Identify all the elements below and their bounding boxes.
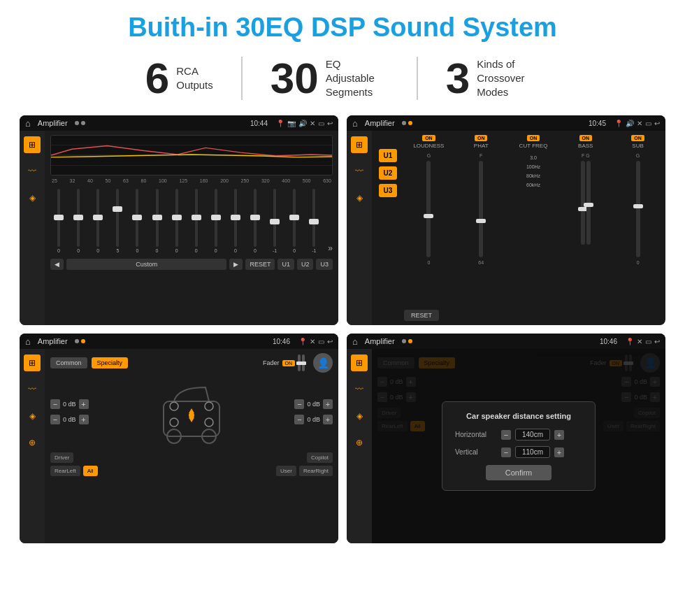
vertical-minus[interactable]: − xyxy=(501,447,511,457)
cutfreq-on[interactable]: ON xyxy=(527,135,540,141)
back-icon[interactable]: ↩ xyxy=(327,120,333,127)
eq-u3-button[interactable]: U3 xyxy=(316,259,333,270)
eq-u1-button[interactable]: U1 xyxy=(277,259,294,270)
home-icon-2[interactable]: ⌂ xyxy=(352,118,358,129)
u-buttons-col: U1 U2 U3 xyxy=(375,135,401,321)
eq-prev-button[interactable]: ◀ xyxy=(50,259,64,270)
dlg-sidebar-icon3[interactable]: ◈ xyxy=(351,408,368,424)
left-db1-minus[interactable]: − xyxy=(50,399,60,409)
horizontal-minus[interactable]: − xyxy=(501,430,511,440)
u3-button[interactable]: U3 xyxy=(379,184,397,197)
screens-grid: ⌂ Amplifier 10:44 📍 📷 🔊 ✕ ▭ ↩ ⊞ 〰 ◈ xyxy=(0,110,685,549)
eq-slider-1[interactable]: 0 xyxy=(50,189,67,253)
right-db1-plus[interactable]: + xyxy=(323,399,333,409)
rearleft-btn[interactable]: RearLeft xyxy=(50,466,80,476)
common-tab[interactable]: Common xyxy=(50,357,87,368)
xo-back-icon[interactable]: ↩ xyxy=(327,338,333,345)
right-db2-value: 0 dB xyxy=(307,416,320,423)
confirm-button[interactable]: Confirm xyxy=(486,465,552,480)
amp-reset-button[interactable]: RESET xyxy=(404,310,439,321)
amp-status-dots xyxy=(402,121,412,125)
driver-btn[interactable]: Driver xyxy=(50,452,73,463)
dlg-sidebar-icon4[interactable]: ⊕ xyxy=(351,434,368,451)
phat-slider[interactable] xyxy=(479,161,483,257)
eq-slider-14[interactable]: -1 xyxy=(305,189,322,253)
left-db2-minus[interactable]: − xyxy=(50,415,60,424)
left-db2-plus[interactable]: + xyxy=(79,415,89,424)
stat-eq: 30 EQ AdjustableSegments xyxy=(241,57,417,100)
amp-back-icon[interactable]: ↩ xyxy=(654,120,660,127)
left-db2-value: 0 dB xyxy=(63,416,76,423)
phat-on[interactable]: ON xyxy=(475,135,488,141)
home-icon-3[interactable]: ⌂ xyxy=(25,336,31,347)
loudness-on[interactable]: ON xyxy=(422,135,435,141)
eq-slider-4[interactable]: 5 xyxy=(109,189,126,253)
left-db-row-2: − 0 dB + xyxy=(50,415,89,424)
home-icon[interactable]: ⌂ xyxy=(25,118,31,129)
status-dots xyxy=(75,121,85,125)
amp-sidebar-icon3[interactable]: ◈ xyxy=(351,189,368,206)
dialog-horizontal-row: Horizontal − 140cm + xyxy=(455,429,582,440)
u1-button[interactable]: U1 xyxy=(379,149,397,162)
rearright-btn[interactable]: RearRight xyxy=(299,466,333,476)
loudness-slider[interactable] xyxy=(426,161,431,257)
eq-sidebar-wave-icon[interactable]: 〰 xyxy=(24,163,41,180)
left-db1-value: 0 dB xyxy=(63,401,76,408)
left-db1-plus[interactable]: + xyxy=(79,399,89,409)
vertical-plus[interactable]: + xyxy=(554,447,564,457)
u2-button[interactable]: U2 xyxy=(379,166,397,180)
dot2 xyxy=(81,121,85,125)
horizontal-plus[interactable]: + xyxy=(554,430,564,440)
eq-more-button[interactable]: » xyxy=(328,243,333,253)
eq-bottom-bar: ◀ Custom ▶ RESET U1 U2 U3 xyxy=(50,259,333,270)
user-avatar[interactable]: 👤 xyxy=(313,353,333,373)
dlg-back-icon[interactable]: ↩ xyxy=(654,338,660,345)
home-icon-4[interactable]: ⌂ xyxy=(352,336,358,347)
xo-sidebar-icon1[interactable]: ⊞ xyxy=(24,354,41,371)
xo-dot1 xyxy=(75,339,79,343)
eq-slider-9[interactable]: 0 xyxy=(208,189,224,253)
eq-slider-11[interactable]: 0 xyxy=(247,189,264,253)
amp-time: 10:45 xyxy=(589,120,606,127)
bass-g-slider[interactable] xyxy=(586,161,591,245)
eq-reset-button[interactable]: RESET xyxy=(245,259,275,270)
user-btn[interactable]: User xyxy=(276,466,296,476)
eq-slider-2[interactable]: 0 xyxy=(70,189,87,253)
eq-play-button[interactable]: ▶ xyxy=(229,259,243,270)
dlg-sidebar-icon2[interactable]: 〰 xyxy=(351,381,368,398)
all-btn[interactable]: All xyxy=(83,466,98,476)
dlg-sidebar-icon1[interactable]: ⊞ xyxy=(351,354,368,371)
eq-slider-6[interactable]: 0 xyxy=(148,189,165,253)
amp-sidebar-icon2[interactable]: 〰 xyxy=(351,163,368,180)
sub-slider[interactable] xyxy=(636,161,640,257)
sub-on[interactable]: ON xyxy=(631,135,644,141)
fader-slider-2[interactable] xyxy=(302,354,305,371)
eq-slider-8[interactable]: 0 xyxy=(188,189,205,253)
bass-on[interactable]: ON xyxy=(579,135,593,141)
eq-sidebar-speaker-icon[interactable]: ◈ xyxy=(24,189,41,206)
eq-slider-12[interactable]: -1 xyxy=(266,189,283,253)
amp-sidebar-icon1[interactable]: ⊞ xyxy=(351,136,368,153)
close-icon: ✕ xyxy=(310,120,315,127)
eq-slider-13[interactable]: 0 xyxy=(286,189,303,253)
eq-screen-title: Amplifier xyxy=(38,119,68,127)
fader-on-badge[interactable]: ON xyxy=(282,360,296,366)
right-db2-minus[interactable]: − xyxy=(294,415,304,424)
xo-sidebar-icon4[interactable]: ⊕ xyxy=(24,434,41,451)
xo-sidebar-icon3[interactable]: ◈ xyxy=(24,408,41,424)
xo-sidebar-icon2[interactable]: 〰 xyxy=(24,381,41,398)
eq-graph xyxy=(50,135,333,176)
eq-slider-5[interactable]: 0 xyxy=(129,189,145,253)
eq-slider-7[interactable]: 0 xyxy=(168,189,185,253)
eq-slider-10[interactable]: 0 xyxy=(227,189,244,253)
eq-sidebar-eq-icon[interactable]: ⊞ xyxy=(24,136,41,153)
page-title: Buith-in 30EQ DSP Sound System xyxy=(0,0,685,50)
eq-u2-button[interactable]: U2 xyxy=(297,259,314,270)
amp-window-icon: ▭ xyxy=(645,120,651,127)
window-icon: ▭ xyxy=(318,120,324,127)
right-db1-minus[interactable]: − xyxy=(294,399,304,409)
specialty-tab[interactable]: Specialty xyxy=(92,357,129,368)
right-db2-plus[interactable]: + xyxy=(323,415,333,424)
copilot-btn[interactable]: Copilot xyxy=(307,452,333,463)
eq-slider-3[interactable]: 0 xyxy=(89,189,106,253)
